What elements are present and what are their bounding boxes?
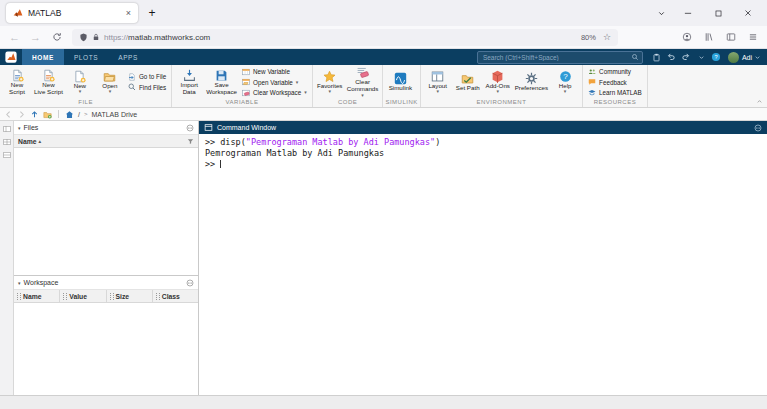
workspace-panel-menu-icon[interactable]	[186, 279, 194, 287]
new-script-button[interactable]: New Script	[2, 69, 32, 95]
open-variable-icon	[242, 78, 250, 86]
help-button[interactable]: ? Help ▾	[550, 70, 580, 95]
ribbon-section-environment-label: ENVIRONMENT	[423, 98, 580, 107]
tab-apps[interactable]: APPS	[108, 49, 148, 65]
account-icon[interactable]	[677, 29, 696, 46]
navigate-forward-icon[interactable]	[17, 110, 26, 119]
bookmark-star-icon[interactable]: ☆	[603, 32, 611, 42]
new-live-script-label: New Live Script	[34, 82, 63, 95]
help-icon[interactable]: ?	[710, 51, 723, 64]
new-live-script-button[interactable]: New Live Script	[32, 69, 65, 95]
minimize-button[interactable]	[673, 0, 703, 26]
learn-matlab-label: Learn MATLAB	[599, 89, 642, 96]
dock-panel-icon[interactable]	[3, 138, 11, 146]
workspace-variables-list[interactable]	[14, 303, 198, 395]
new-button[interactable]: New ▾	[65, 70, 95, 95]
library-icon[interactable]	[699, 29, 718, 46]
files-list[interactable]	[14, 148, 198, 275]
search-box[interactable]	[477, 51, 643, 64]
command-window-menu-icon[interactable]	[754, 124, 762, 132]
open-variable-button[interactable]: Open Variable ▾	[242, 78, 307, 86]
redo-icon[interactable]	[680, 51, 693, 64]
layout-button[interactable]: Layout ▾	[423, 70, 453, 95]
text-cursor	[220, 160, 221, 168]
workspace-column-value[interactable]: Value	[60, 290, 106, 302]
user-avatar[interactable]	[728, 52, 739, 63]
quick-access-chevron-icon[interactable]	[695, 51, 708, 64]
new-script-label: New Script	[9, 82, 25, 95]
command-prompt-line[interactable]: >>	[205, 159, 761, 170]
forward-button[interactable]: →	[26, 29, 45, 46]
address-bar[interactable]: https://matlab.mathworks.com 80% ☆	[72, 29, 618, 46]
tracking-shield-icon[interactable]	[79, 33, 88, 42]
filter-icon[interactable]	[187, 138, 194, 145]
matlab-drive-home-icon[interactable]	[65, 110, 74, 119]
community-button[interactable]: Community	[588, 68, 642, 76]
feedback-button[interactable]: Feedback	[588, 78, 642, 86]
sidebar-icon[interactable]	[721, 29, 740, 46]
sort-ascending-icon: ▴	[39, 138, 42, 144]
clipboard-icon[interactable]	[650, 51, 663, 64]
clear-workspace-button[interactable]: Clear Workspace ▾	[242, 89, 307, 97]
up-one-level-icon[interactable]	[30, 110, 39, 119]
user-name[interactable]: Adi	[742, 54, 752, 61]
new-tab-button[interactable]: +	[142, 3, 162, 23]
clear-commands-button[interactable]: Clear Commands ▾	[345, 66, 381, 97]
open-button[interactable]: Open ▾	[95, 70, 125, 95]
dropdown-arrow-icon: ▾	[109, 89, 112, 94]
dropdown-arrow-icon: ▾	[79, 89, 82, 94]
import-data-button[interactable]: Import Data	[174, 69, 204, 95]
tab-overflow-chevron-icon[interactable]	[649, 3, 673, 23]
ribbon-section-variable: Import Data Save Workspace New Variable …	[172, 65, 313, 107]
workspace-column-class[interactable]: Class	[153, 290, 198, 302]
reload-button[interactable]	[47, 29, 66, 46]
breadcrumb-root[interactable]: /	[78, 111, 80, 118]
go-to-file-button[interactable]: Go to File	[128, 73, 166, 81]
lock-icon[interactable]	[92, 33, 100, 41]
matlab-logo-icon[interactable]	[5, 51, 17, 63]
tab-close-icon[interactable]: ×	[126, 9, 131, 18]
collapse-files-panel-icon[interactable]: ▾	[18, 125, 21, 131]
command-window-body[interactable]: >>disp("Pemrograman Matlab by Adi Pamung…	[199, 134, 767, 395]
tab-plots[interactable]: PLOTS	[64, 49, 108, 65]
set-path-button[interactable]: Set Path	[453, 72, 483, 92]
save-workspace-button[interactable]: Save Workspace	[204, 69, 239, 95]
user-menu-chevron-icon[interactable]	[754, 54, 761, 61]
search-input[interactable]	[481, 53, 631, 62]
workspace-column-size[interactable]: Size	[107, 290, 153, 302]
favorites-button[interactable]: Favorites ▾	[315, 70, 345, 95]
new-folder-icon[interactable]	[43, 110, 52, 119]
collapse-workspace-panel-icon[interactable]: ▾	[18, 280, 21, 286]
learn-matlab-button[interactable]: Learn MATLAB	[588, 89, 642, 97]
menu-icon[interactable]	[743, 29, 762, 46]
find-files-button[interactable]: Find Files	[128, 83, 166, 91]
browser-tab-matlab[interactable]: MATLAB ×	[6, 3, 138, 23]
ribbon-section-environment: Layout ▾ Set Path Add-Ons ▾ Preferences	[421, 65, 583, 107]
ribbon-section-resources: Community Feedback Learn MATLAB RESOURCE…	[583, 65, 648, 107]
preferences-button[interactable]: Preferences	[513, 72, 550, 92]
find-files-label: Find Files	[139, 84, 166, 91]
undo-icon[interactable]	[665, 51, 678, 64]
workspace-column-name[interactable]: Name	[14, 290, 60, 302]
close-window-button[interactable]	[733, 0, 763, 26]
dropdown-arrow-icon: ▾	[564, 89, 567, 94]
navigate-back-icon[interactable]	[4, 110, 13, 119]
simulink-button[interactable]: Simulink	[385, 72, 415, 92]
collapse-ribbon-icon[interactable]	[756, 98, 763, 105]
zoom-indicator[interactable]: 80%	[581, 33, 596, 42]
files-panel-menu-icon[interactable]	[186, 124, 194, 132]
dropdown-arrow-icon: ▾	[436, 89, 439, 94]
breadcrumb-separator: >	[84, 111, 88, 117]
tab-home[interactable]: HOME	[22, 49, 64, 65]
dock-panel-icon[interactable]	[3, 125, 11, 133]
community-icon	[588, 68, 596, 76]
back-button[interactable]: ←	[5, 29, 24, 46]
breadcrumb-current[interactable]: MATLAB Drive	[91, 111, 137, 118]
dock-panel-icon[interactable]	[3, 151, 11, 159]
add-ons-button[interactable]: Add-Ons ▾	[483, 70, 513, 95]
files-column-name[interactable]: Name	[18, 138, 37, 145]
ribbon-section-file: New Script New Live Script New ▾ Open ▾	[0, 65, 172, 107]
svg-text:?: ?	[563, 72, 568, 81]
maximize-button[interactable]	[703, 0, 733, 26]
new-variable-button[interactable]: New Variable	[242, 68, 307, 76]
